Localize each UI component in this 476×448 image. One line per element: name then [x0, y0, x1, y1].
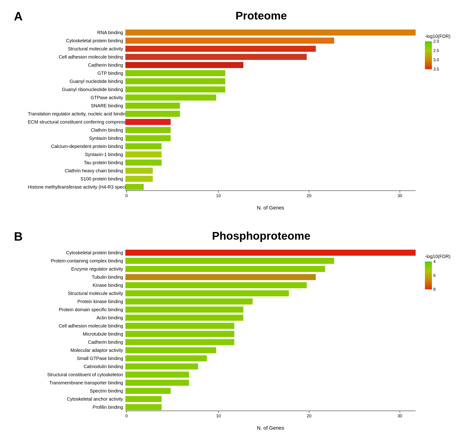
bar-row: Syntaxin binding [28, 135, 416, 142]
bar-fill [125, 46, 316, 52]
tick-line [309, 191, 309, 193]
bar-track [125, 396, 416, 402]
bar-fill [125, 168, 153, 174]
bar-track [125, 46, 416, 52]
bar-row: Translation regulator activity, nucleic … [28, 110, 416, 117]
tick-line [218, 191, 219, 193]
bar-track [125, 250, 416, 256]
bar-label: Profilin binding [28, 405, 125, 410]
bar-track [125, 372, 416, 378]
chart-container: RNA binding Cytoskeletal protein binding… [14, 29, 462, 211]
bar-fill [125, 274, 316, 280]
bar-label: Protein domain specific binding [28, 307, 125, 312]
panel-title: Phosphoproteome [14, 229, 462, 242]
bar-fill [125, 95, 216, 101]
panel-b: B Phosphoproteome Cytoskeletal protein b… [14, 229, 462, 431]
bar-row: Structural molecule activity [28, 290, 416, 297]
bar-track [125, 38, 416, 44]
bar-label: Cytoskeletal anchor activity [28, 397, 125, 402]
bar-fill [125, 290, 289, 296]
bar-fill [125, 258, 334, 264]
bar-row: Cytoskeletal protein binding [28, 249, 416, 256]
chart-area: RNA binding Cytoskeletal protein binding… [28, 29, 416, 211]
bar-fill [125, 388, 171, 394]
tick-marks: 0 10 20 30 [125, 411, 416, 418]
bar-track [125, 323, 416, 329]
bar-fill [125, 372, 189, 378]
svg-rect-0 [425, 41, 432, 69]
tick-line [126, 191, 127, 193]
bar-label: Transmembrane transporter binding [28, 380, 125, 386]
bar-label: GTP binding [28, 71, 125, 76]
bar-track [125, 159, 416, 166]
bar-track [125, 78, 416, 84]
bar-row: GTP binding [28, 70, 416, 77]
tick-line [400, 411, 400, 413]
bar-track [125, 143, 416, 149]
tick-line [309, 411, 309, 413]
tick-label: 20 [307, 414, 311, 419]
bar-track [125, 315, 416, 321]
bar-row: Guanyl ribonucleotide binding [28, 86, 416, 93]
bar-fill [125, 355, 207, 361]
legend-area: 468 [425, 261, 462, 289]
legend-label: 2.5 [433, 48, 439, 53]
bar-track [125, 184, 416, 190]
x-axis-label: N. of Genes [28, 425, 416, 431]
bar-fill [125, 78, 225, 84]
bar-row: Actin binding [28, 314, 416, 321]
bar-track [125, 347, 416, 353]
bar-track [125, 54, 416, 60]
x-tick: 20 [307, 191, 311, 198]
legend: -log10(FDR) 468 [425, 254, 462, 289]
bar-track [125, 103, 416, 109]
bar-track [125, 176, 416, 182]
bar-label: Guanyl nucleotide binding [28, 79, 125, 84]
panel-a: A Proteome RNA binding Cytoskeletal prot… [14, 9, 462, 211]
legend-label: 3.5 [433, 67, 439, 72]
bar-fill [125, 266, 325, 272]
x-tick: 0 [125, 411, 128, 419]
bar-row: Structural molecule activity [28, 45, 416, 52]
bar-row: Protein domain specific binding [28, 306, 416, 313]
tick-marks: 0 10 20 30 [125, 191, 416, 198]
bar-track [125, 363, 416, 369]
panel-title: Proteome [14, 9, 462, 22]
legend-label: 8 [433, 287, 436, 292]
legend-label: 2.0 [433, 39, 439, 44]
bar-fill [125, 282, 307, 288]
bar-label: Cadherin binding [28, 62, 125, 68]
bar-row: Calmodulin binding [28, 363, 416, 370]
panel-label: B [14, 229, 23, 243]
bar-label: Protein-containing complex binding [28, 258, 125, 264]
tick-line [218, 411, 219, 413]
tick-line [400, 191, 400, 193]
bar-label: Histone methyltransferase activity (H4-R… [28, 184, 125, 190]
bar-label: Structural constituent of cytoskeleton [28, 372, 125, 377]
bar-track [125, 266, 416, 272]
legend-label: 4 [433, 259, 436, 264]
bar-track [125, 62, 416, 68]
bar-row: S100 protein binding [28, 175, 416, 182]
bar-row: Calcium-dependent protein binding [28, 143, 416, 150]
bar-track [125, 298, 416, 305]
bar-fill [125, 29, 416, 35]
bar-row: Kinase binding [28, 282, 416, 289]
panel-label: A [14, 9, 23, 23]
svg-rect-1 [425, 261, 432, 289]
bar-label: Enzyme regulator activity [28, 267, 125, 272]
bar-fill [125, 103, 180, 109]
bar-row: Small GTPase binding [28, 355, 416, 362]
bar-row: Syntaxin-1 binding [28, 151, 416, 158]
bar-track [125, 29, 416, 35]
bar-fill [125, 250, 416, 256]
bar-track [125, 258, 416, 264]
bar-label: Translation regulator activity, nucleic … [28, 111, 125, 117]
legend-label: 6 [433, 273, 436, 278]
bar-label: Tubulin binding [28, 274, 125, 280]
x-tick: 30 [397, 411, 402, 419]
bar-row: Tubulin binding [28, 274, 416, 281]
bar-fill [125, 54, 307, 60]
bar-label: Clathrin binding [28, 127, 125, 133]
bar-track [125, 86, 416, 92]
